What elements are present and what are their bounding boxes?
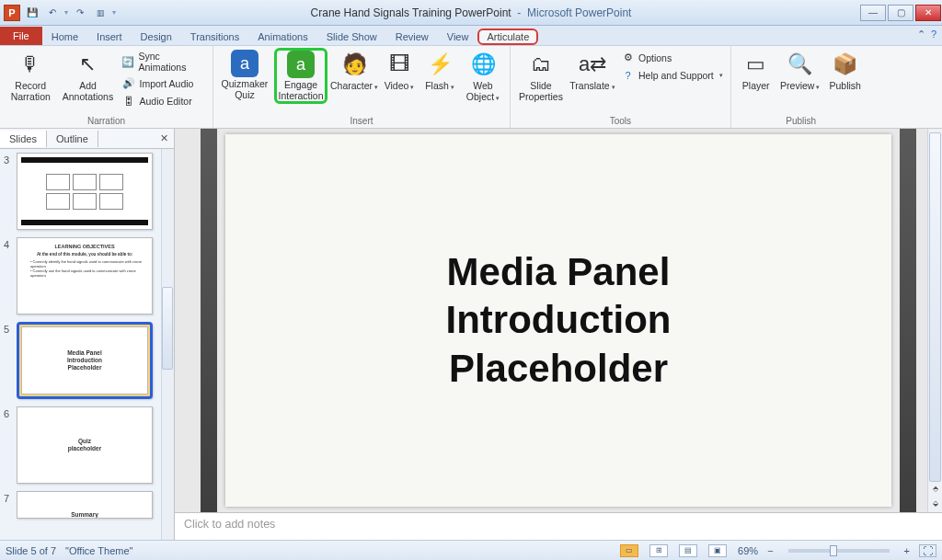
sync-animations-button[interactable]: 🔄Sync Animations <box>120 50 207 74</box>
window-controls: — ▢ ✕ <box>859 5 942 21</box>
slide-canvas[interactable]: Media Panel Introduction Placeholder <box>225 134 891 507</box>
thumb-slide-7[interactable]: Summary <box>17 491 153 519</box>
status-slide-number: Slide 5 of 7 <box>6 545 56 556</box>
engage-interaction-button[interactable]: a Engage Interaction <box>274 48 327 104</box>
title-bar: P 💾 ↶ ▾ ↷ ▥ ▾ Crane Hand Signals Trainin… <box>0 0 942 26</box>
narration-small-buttons: 🔄Sync Animations 🔊Import Audio 🎛Audio Ed… <box>120 48 207 109</box>
chevron-down-icon: ▾ <box>451 84 454 90</box>
scrollbar-handle[interactable] <box>162 287 173 370</box>
undo-icon[interactable]: ↶ <box>44 5 61 21</box>
close-button[interactable]: ✕ <box>915 5 941 21</box>
record-narration-button[interactable]: 🎙 Record Narration <box>6 48 55 102</box>
sync-icon: 🔄 <box>121 55 134 69</box>
import-audio-icon: 🔊 <box>121 76 135 90</box>
ribbon: 🎙 Record Narration ↖ Add Annotations 🔄Sy… <box>0 46 942 129</box>
slide-rail-left <box>201 129 217 512</box>
qat-caret-icon[interactable]: ▾ <box>64 8 68 17</box>
view-reading-button[interactable]: ▤ <box>679 544 697 557</box>
publish-button[interactable]: 📦 Publish <box>825 48 866 92</box>
next-slide-button[interactable]: ⬙ <box>928 496 942 510</box>
thumb-slide-4[interactable]: LEARNING OBJECTIVES At the end of this m… <box>17 237 153 314</box>
zoom-slider[interactable] <box>788 549 890 553</box>
zoom-in-button[interactable]: + <box>904 545 910 556</box>
chevron-down-icon: ▾ <box>374 84 378 90</box>
import-audio-button[interactable]: 🔊Import Audio <box>120 75 207 91</box>
web-object-button[interactable]: 🌐 Web Object▾ <box>462 48 504 102</box>
options-button[interactable]: ⚙Options <box>619 50 725 65</box>
video-button[interactable]: 🎞 Video▾ <box>381 48 418 92</box>
tools-small-buttons: ⚙Options ?Help and Support▾ <box>619 48 725 83</box>
tab-review[interactable]: Review <box>386 29 438 45</box>
add-annotations-button[interactable]: ↖ Add Annotations <box>59 48 116 102</box>
zoom-level[interactable]: 69% <box>738 545 758 556</box>
thumbnails-scrollbar[interactable] <box>161 149 174 540</box>
document-name: Crane Hand Signals Training PowerPoint <box>311 6 511 19</box>
side-panel-close-icon[interactable]: ✕ <box>155 132 174 144</box>
app-name: Microsoft PowerPoint <box>527 6 631 19</box>
quizmaker-button[interactable]: a Quizmaker Quiz <box>219 48 270 100</box>
notes-pane[interactable]: Click to add notes <box>175 512 942 540</box>
side-tab-outline[interactable]: Outline <box>47 131 98 147</box>
publish-icon: 📦 <box>831 50 860 79</box>
ribbon-minimize-icon[interactable]: ⌃ <box>917 29 925 40</box>
editor-vertical-scrollbar[interactable]: ⬘ ⬙ <box>927 129 942 512</box>
view-normal-button[interactable]: ▭ <box>620 544 638 557</box>
thumb-row[interactable]: 5 Media Panel Introduction Placeholder <box>4 322 172 399</box>
slide-placeholder-text[interactable]: Media Panel Introduction Placeholder <box>446 248 672 394</box>
prev-slide-button[interactable]: ⬘ <box>928 481 942 496</box>
tab-design[interactable]: Design <box>132 29 181 45</box>
side-tab-slides[interactable]: Slides <box>0 131 47 147</box>
qat-extra-icon[interactable]: ▥ <box>92 5 109 21</box>
slide-properties-button[interactable]: 🗂 Slide Properties <box>516 48 566 102</box>
fit-to-window-button[interactable]: ⛶ <box>919 544 936 557</box>
tab-file[interactable]: File <box>0 27 42 45</box>
thumb-row[interactable]: 4 LEARNING OBJECTIVES At the end of this… <box>4 237 172 314</box>
tab-animations[interactable]: Animations <box>248 29 316 45</box>
help-icon[interactable]: ? <box>931 29 936 40</box>
view-sorter-button[interactable]: ⊞ <box>649 544 668 557</box>
character-button[interactable]: 🧑 Character▾ <box>331 48 377 92</box>
video-icon: 🎞 <box>385 50 414 79</box>
minimize-button[interactable]: — <box>860 5 886 21</box>
thumb-row[interactable]: 3 <box>4 153 172 230</box>
translate-button[interactable]: a⇄ Translate▾ <box>569 48 615 92</box>
notes-placeholder: Click to add notes <box>184 518 275 531</box>
maximize-button[interactable]: ▢ <box>888 5 913 21</box>
qat-dropdown-icon[interactable]: ▾ <box>112 8 116 17</box>
tab-articulate[interactable]: Articulate <box>477 29 538 45</box>
tab-slideshow[interactable]: Slide Show <box>317 29 386 45</box>
flash-button[interactable]: ⚡ Flash▾ <box>421 48 458 92</box>
group-label-insert: Insert <box>219 115 504 128</box>
thumb-slide-5-selected[interactable]: Media Panel Introduction Placeholder <box>17 322 153 399</box>
quizmaker-icon: a <box>231 50 258 77</box>
tab-view[interactable]: View <box>438 29 478 45</box>
audio-editor-icon: 🎛 <box>121 94 135 108</box>
thumbnails-list[interactable]: 3 4 LEARNING OBJECTIVES At the end of th… <box>0 149 174 540</box>
help-support-button[interactable]: ?Help and Support▾ <box>619 67 725 83</box>
view-slideshow-button[interactable]: ▣ <box>708 544 727 557</box>
chevron-down-icon: ▾ <box>719 72 723 79</box>
thumb-slide-3[interactable] <box>17 153 153 230</box>
tab-home[interactable]: Home <box>42 29 87 45</box>
editor-area: Media Panel Introduction Placeholder ⬘ ⬙… <box>175 129 942 540</box>
redo-icon[interactable]: ↷ <box>72 5 88 21</box>
group-label-publish: Publish <box>737 115 866 128</box>
preview-icon: 🔍 <box>786 50 815 79</box>
player-button[interactable]: ▭ Player <box>737 48 775 92</box>
tab-insert[interactable]: Insert <box>87 29 132 45</box>
preview-button[interactable]: 🔍 Preview▾ <box>779 48 821 92</box>
scrollbar-handle[interactable] <box>929 132 941 482</box>
side-panel-tabs: Slides Outline ✕ <box>0 129 174 149</box>
audio-editor-button[interactable]: 🎛Audio Editor <box>120 93 207 109</box>
save-icon[interactable]: 💾 <box>24 5 40 21</box>
thumb-number: 4 <box>4 237 17 314</box>
thumb-row[interactable]: 6 Quiz placeholder <box>4 406 172 484</box>
window-title: Crane Hand Signals Training PowerPoint -… <box>0 6 942 19</box>
zoom-out-button[interactable]: − <box>767 545 773 556</box>
slide-rail-right <box>900 129 916 512</box>
thumb-row[interactable]: 7 Summary <box>4 491 172 519</box>
tab-transitions[interactable]: Transitions <box>181 29 248 45</box>
thumb-slide-6[interactable]: Quiz placeholder <box>17 406 153 484</box>
zoom-slider-knob[interactable] <box>830 545 837 556</box>
globe-icon: 🌐 <box>468 50 498 79</box>
